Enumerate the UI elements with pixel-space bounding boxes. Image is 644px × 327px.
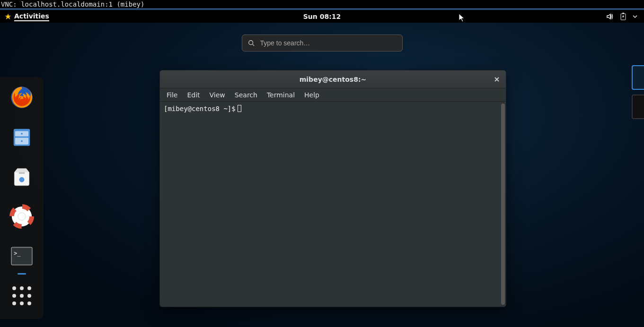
vnc-title-text: VNC: localhost.localdomain:1 (mibey) xyxy=(1,0,144,8)
dock-item-show-apps[interactable] xyxy=(8,282,35,310)
terminal-cursor xyxy=(238,105,241,112)
gnome-top-bar: Activities Sun 08:12 xyxy=(0,10,644,23)
svg-point-3 xyxy=(248,41,253,45)
terminal-body[interactable]: [mibey@centos8 ~]$ xyxy=(160,102,506,307)
terminal-titlebar[interactable]: mibey@centos8:~ xyxy=(160,70,506,88)
activities-label: Activities xyxy=(14,12,49,21)
workspace-thumb-2[interactable] xyxy=(632,95,644,119)
activities-icon xyxy=(5,13,11,20)
firefox-icon xyxy=(9,85,35,110)
volume-icon xyxy=(606,13,614,20)
menu-search[interactable]: Search xyxy=(231,90,261,100)
activities-button[interactable]: Activities xyxy=(0,10,54,23)
svg-point-10 xyxy=(21,133,23,135)
dock-item-terminal[interactable]: >_ xyxy=(8,242,35,270)
show-apps-icon xyxy=(12,286,31,305)
svg-rect-12 xyxy=(19,172,25,174)
menu-file[interactable]: File xyxy=(163,90,181,100)
close-icon xyxy=(494,77,500,82)
status-area[interactable] xyxy=(606,13,644,20)
battery-icon xyxy=(620,13,626,20)
menu-help[interactable]: Help xyxy=(300,90,323,100)
files-icon xyxy=(10,125,34,149)
terminal-title: mibey@centos8:~ xyxy=(300,76,367,83)
svg-marker-0 xyxy=(5,14,11,19)
vnc-title-bar: VNC: localhost.localdomain:1 (mibey) xyxy=(0,0,644,9)
terminal-menubar: File Edit View Search Terminal Help xyxy=(160,88,506,102)
clock[interactable]: Sun 08:12 xyxy=(303,13,341,20)
svg-line-4 xyxy=(252,44,254,46)
menu-terminal[interactable]: Terminal xyxy=(263,90,299,100)
dock-item-firefox[interactable] xyxy=(8,84,35,111)
search-input[interactable] xyxy=(260,39,397,47)
menu-edit[interactable]: Edit xyxy=(183,90,203,100)
close-button[interactable] xyxy=(492,74,502,85)
desktop: >_ www.kifarunix.com mibey@centos8:~ Fil… xyxy=(0,23,644,327)
terminal-icon: >_ xyxy=(9,243,35,269)
svg-rect-2 xyxy=(622,13,624,14)
dock-item-software[interactable] xyxy=(8,163,35,190)
dock-item-help[interactable] xyxy=(8,203,35,230)
terminal-scrollbar[interactable] xyxy=(501,103,505,305)
software-icon xyxy=(10,165,34,189)
workspace-switcher xyxy=(632,65,644,119)
svg-point-16 xyxy=(18,213,26,220)
search-bar[interactable] xyxy=(242,34,403,52)
help-icon xyxy=(9,204,34,229)
dock: >_ xyxy=(0,77,44,319)
svg-text:>_: >_ xyxy=(14,250,21,257)
workspace-thumb-1[interactable] xyxy=(632,65,644,90)
chevron-down-icon xyxy=(633,15,637,18)
terminal-window: mibey@centos8:~ File Edit View Search Te… xyxy=(159,70,506,307)
terminal-prompt: [mibey@centos8 ~]$ xyxy=(164,105,236,112)
search-icon xyxy=(248,40,255,46)
svg-point-13 xyxy=(19,177,25,182)
svg-point-11 xyxy=(21,140,23,142)
dock-item-files[interactable] xyxy=(8,123,35,151)
menu-view[interactable]: View xyxy=(206,90,229,100)
